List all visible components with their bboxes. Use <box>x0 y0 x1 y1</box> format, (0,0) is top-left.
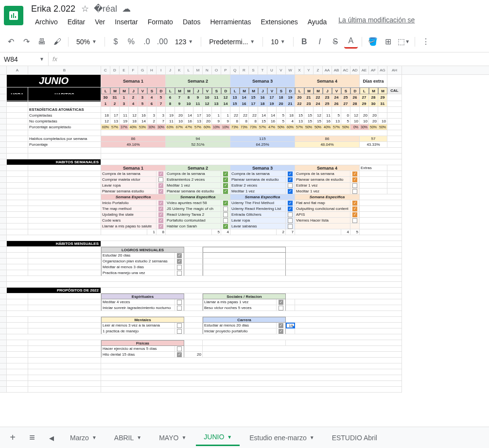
dec-increase-button[interactable]: .00 <box>156 35 169 49</box>
undo-button[interactable]: ↶ <box>4 35 17 49</box>
cloud-icon[interactable]: ☁ <box>122 3 131 14</box>
fx-icon: fx <box>49 55 61 63</box>
menu-ayuda[interactable]: Ayuda <box>304 16 331 28</box>
last-modified[interactable]: La última modificación se <box>338 16 415 28</box>
currency-button[interactable]: $ <box>109 35 122 49</box>
print-button[interactable]: 🖶 <box>35 35 49 49</box>
spreadsheet-grid[interactable]: JUNIOSemana 1Semana 2Semana 3Semana 4Día… <box>0 75 489 393</box>
paint-format-button[interactable]: 🖌 <box>51 35 64 49</box>
menu-formato[interactable]: Formato <box>144 16 177 28</box>
cell-reference[interactable]: W84▼ <box>0 52 49 66</box>
menu-ver[interactable]: Ver <box>91 16 109 28</box>
bold-button[interactable]: B <box>297 35 311 49</box>
formula-input[interactable] <box>61 55 489 63</box>
menu-editar[interactable]: Editar <box>64 16 89 28</box>
sheets-logo <box>4 6 23 25</box>
borders-button[interactable]: ⊞ <box>382 35 395 49</box>
star-icon[interactable]: ☆ <box>81 3 89 14</box>
more-button[interactable]: ⋮ <box>419 35 433 49</box>
format-dropdown[interactable]: 123▼ <box>171 35 197 49</box>
fill-color-button[interactable]: 🪣 <box>366 35 380 49</box>
fontsize-dropdown[interactable]: 10▼ <box>267 35 289 49</box>
menu-archivo[interactable]: Archivo <box>31 16 62 28</box>
font-dropdown[interactable]: Predetermi...▼ <box>205 35 259 49</box>
merge-button[interactable]: ⬚▼ <box>397 35 411 49</box>
dec-decrease-button[interactable]: .0 <box>140 35 154 49</box>
menu-extensiones[interactable]: Extensiones <box>257 16 301 28</box>
formula-bar: W84▼ fx <box>0 52 489 66</box>
move-icon[interactable]: �réal <box>94 3 117 14</box>
redo-button[interactable]: ↷ <box>19 35 33 49</box>
header: Erika 2.022 ☆ �réal ☁ Archivo Editar Ver… <box>0 0 489 31</box>
menu-bar: Archivo Editar Ver Insertar Formato Dato… <box>31 16 485 28</box>
column-headers: A B C D E F G H I J K L M N O P Q R S T … <box>0 66 489 75</box>
menu-insertar[interactable]: Insertar <box>111 16 141 28</box>
text-color-button[interactable]: A <box>344 35 358 49</box>
toolbar: ↶ ↷ 🖶 🖌 50%▼ $ % .0 .00 123▼ Predetermi.… <box>0 31 489 52</box>
doc-title[interactable]: Erika 2.022 <box>31 4 75 14</box>
menu-datos[interactable]: Datos <box>179 16 205 28</box>
percent-button[interactable]: % <box>124 35 138 49</box>
strike-button[interactable]: S <box>329 35 342 49</box>
menu-herramientas[interactable]: Herramientas <box>206 16 255 28</box>
zoom-dropdown[interactable]: 50%▼ <box>72 35 101 49</box>
italic-button[interactable]: I <box>313 35 327 49</box>
